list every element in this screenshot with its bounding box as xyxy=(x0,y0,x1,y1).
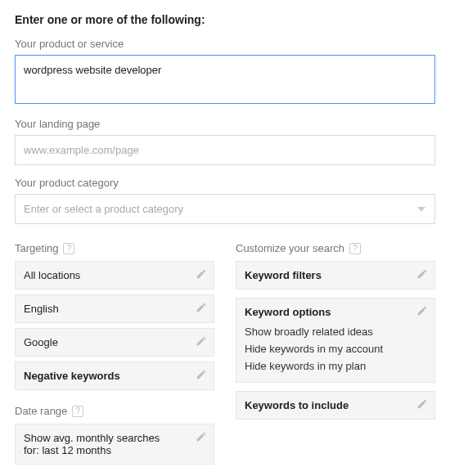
chevron-down-icon xyxy=(416,206,426,213)
targeting-language-text: English xyxy=(24,303,59,315)
help-icon[interactable]: ? xyxy=(63,243,74,254)
targeting-network-text: Google xyxy=(24,336,58,348)
targeting-title-row: Targeting ? xyxy=(15,242,214,254)
keyword-option: Show broadly related ideas xyxy=(245,323,426,340)
targeting-network-card[interactable]: Google xyxy=(15,328,214,357)
left-column: Targeting ? All locations English Google… xyxy=(15,242,214,469)
right-column: Customize your search ? Keyword filters … xyxy=(236,242,435,469)
targeting-locations-text: All locations xyxy=(24,269,80,281)
pencil-icon xyxy=(196,268,207,280)
product-input[interactable] xyxy=(15,55,435,104)
product-label: Your product or service xyxy=(15,38,435,50)
pencil-icon xyxy=(196,431,207,442)
keyword-option: Hide keywords in my account xyxy=(245,340,426,357)
keywords-include-card[interactable]: Keywords to include xyxy=(236,391,435,420)
keyword-options-list: Show broadly related ideas Hide keywords… xyxy=(245,323,426,375)
negative-keywords-card[interactable]: Negative keywords xyxy=(15,361,214,390)
date-range-card[interactable]: Show avg. monthly searches for: last 12 … xyxy=(15,424,214,465)
keyword-options-card[interactable]: Keyword options Show broadly related ide… xyxy=(236,298,435,383)
help-icon[interactable]: ? xyxy=(349,243,361,254)
keywords-include-text: Keywords to include xyxy=(245,399,349,411)
pencil-icon xyxy=(416,398,428,410)
category-placeholder: Enter or select a product category xyxy=(24,203,183,215)
date-range-title: Date range xyxy=(15,405,67,417)
keyword-option: Hide keywords in my plan xyxy=(245,357,426,375)
product-category-select[interactable]: Enter or select a product category xyxy=(15,194,435,224)
category-label: Your product category xyxy=(15,177,435,189)
targeting-locations-card[interactable]: All locations xyxy=(15,261,214,290)
keyword-filters-text: Keyword filters xyxy=(245,269,322,281)
pencil-icon xyxy=(196,335,207,347)
svg-marker-0 xyxy=(417,207,425,212)
keyword-options-title: Keyword options xyxy=(245,306,331,318)
pencil-icon xyxy=(196,302,207,313)
customize-title: Customize your search xyxy=(236,242,344,254)
pencil-icon xyxy=(416,305,428,317)
pencil-icon xyxy=(416,268,428,280)
negative-keywords-text: Negative keywords xyxy=(24,370,120,382)
customize-title-row: Customize your search ? xyxy=(236,242,435,254)
page-heading: Enter one or more of the following: xyxy=(15,13,435,26)
pencil-icon xyxy=(196,369,207,380)
targeting-language-card[interactable]: English xyxy=(15,294,214,323)
landing-label: Your landing page xyxy=(15,118,435,130)
landing-page-input[interactable] xyxy=(15,135,435,165)
date-range-title-row: Date range ? xyxy=(15,405,214,417)
date-range-text: Show avg. monthly searches for: last 12 … xyxy=(24,432,171,456)
help-icon[interactable]: ? xyxy=(72,406,83,417)
keyword-filters-card[interactable]: Keyword filters xyxy=(236,261,435,290)
targeting-title: Targeting xyxy=(15,242,58,254)
